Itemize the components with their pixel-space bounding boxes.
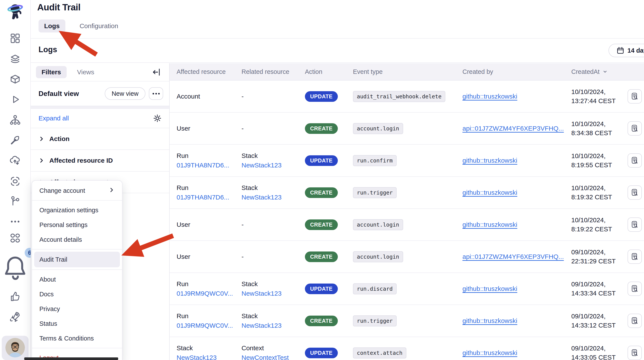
created-by-link[interactable]: api::01J7ZWZM4YF6XEP3VFHQ... xyxy=(462,125,564,132)
menu-item-account-details[interactable]: Account details xyxy=(32,232,122,247)
affected-resource-link[interactable]: 01J9RM9QWC0V... xyxy=(176,322,242,329)
view-log-button[interactable] xyxy=(628,249,642,264)
created-by-link[interactable]: github::truszkowski xyxy=(462,221,517,228)
spacelift-logo[interactable] xyxy=(5,2,25,23)
event-type-cell: run.discard xyxy=(353,286,462,292)
column-header-label: CreatedAt xyxy=(571,68,600,75)
related-resource-cell: Context NewContextTest xyxy=(242,344,305,360)
created-by-link[interactable]: github::truszkowski xyxy=(462,189,517,196)
expand-all-link[interactable]: Expand all xyxy=(38,115,69,122)
menu-item-about[interactable]: About xyxy=(32,272,122,287)
created-by-link[interactable]: github::truszkowski xyxy=(462,93,517,100)
view-log-button[interactable] xyxy=(628,314,642,328)
page-title: Audit Trail xyxy=(37,2,80,13)
related-resource-type: Context xyxy=(242,344,305,352)
view-log-button[interactable] xyxy=(628,121,642,136)
gear-icon[interactable] xyxy=(153,114,162,123)
date-range-button[interactable]: 14 days xyxy=(608,44,644,57)
row-actions-cell xyxy=(628,89,644,104)
filter-group-label: Action xyxy=(49,135,70,143)
runs-icon[interactable] xyxy=(9,93,22,106)
sidebar: 6 xyxy=(0,0,31,360)
created-at-date: 10/10/2024, xyxy=(571,152,628,160)
menu-item-change-account[interactable]: Change account xyxy=(32,183,122,198)
created-by-link[interactable]: github::truszkowski xyxy=(462,157,517,164)
collapse-panel-icon[interactable] xyxy=(152,67,162,77)
related-resource-link[interactable]: NewContextTest xyxy=(242,354,305,360)
view-log-button[interactable] xyxy=(628,89,642,104)
stacks-icon[interactable] xyxy=(9,53,22,65)
view-log-button[interactable] xyxy=(628,282,642,296)
created-by-link[interactable]: api::01J7ZWZM4YF6XEP3VFHQ... xyxy=(462,253,564,260)
menu-item-docs[interactable]: Docs xyxy=(32,287,122,301)
affected-resource-link[interactable]: 01J9RM9QWC0V... xyxy=(176,290,242,297)
menu-item-personal-settings[interactable]: Personal settings xyxy=(32,217,122,232)
created-at-cell: 09/10/2024, 14:33:34 CEST xyxy=(571,280,628,297)
filter-group[interactable]: Affected resource ID xyxy=(31,150,169,172)
related-resource-link[interactable]: NewStack123 xyxy=(242,194,305,201)
resources-icon[interactable] xyxy=(9,114,22,126)
related-resource-cell: Stack NewStack123 xyxy=(242,312,305,329)
menu-item-terms-conditions[interactable]: Terms & Conditions xyxy=(32,331,122,346)
created-at-cell: 10/10/2024, 8:19:55 CEST xyxy=(571,152,628,169)
related-resource-cell: Stack NewStack123 xyxy=(242,280,305,297)
menu-item-label: Audit Trail xyxy=(40,256,67,263)
related-resource-cell: - xyxy=(242,125,305,132)
menu-item-label: About xyxy=(40,276,56,283)
blueprints-icon[interactable] xyxy=(9,73,22,85)
affected-resource-type: Run xyxy=(176,152,242,159)
policies-icon[interactable] xyxy=(9,175,22,187)
tab-configuration[interactable]: Configuration xyxy=(74,20,124,33)
log-search-icon xyxy=(630,156,639,165)
view-log-button[interactable] xyxy=(628,346,642,360)
calendar-icon xyxy=(616,46,624,55)
created-by-link[interactable]: github::truszkowski xyxy=(462,349,517,356)
affected-resource-link[interactable]: 01J9THA8N7D6... xyxy=(176,162,242,169)
panel-divider-strip xyxy=(31,106,169,109)
affected-resource-link[interactable]: 01J9THA8N7D6... xyxy=(176,194,242,201)
view-log-button[interactable] xyxy=(628,217,642,232)
related-resource-type: Stack xyxy=(242,152,305,159)
event-type-chip: account.login xyxy=(353,251,403,262)
new-view-button[interactable]: New view xyxy=(105,87,146,100)
menu-item-organization-settings[interactable]: Organization settings xyxy=(32,203,122,217)
user-menu-button[interactable] xyxy=(2,336,28,360)
affected-resource-link[interactable]: NewStack123 xyxy=(176,354,242,360)
column-header: Action xyxy=(305,68,353,75)
tab-logs[interactable]: Logs xyxy=(38,20,65,33)
view-options-button[interactable] xyxy=(149,87,163,100)
created-by-link[interactable]: github::truszkowski xyxy=(462,317,517,324)
more-icon[interactable] xyxy=(9,215,22,228)
dashboard-icon[interactable] xyxy=(9,32,22,45)
apps-icon[interactable] xyxy=(9,232,22,244)
menu-item-audit-trail[interactable]: Audit Trail xyxy=(34,252,120,267)
vcs-icon[interactable] xyxy=(9,195,22,207)
tab-views[interactable]: Views xyxy=(72,66,100,78)
log-search-icon xyxy=(630,284,639,293)
menu-item-label: Status xyxy=(40,320,57,327)
view-log-button[interactable] xyxy=(628,153,642,168)
notifications-button[interactable]: 6 xyxy=(0,252,30,283)
related-resource-link[interactable]: NewStack123 xyxy=(242,290,305,297)
created-at-date: 09/10/2024, xyxy=(571,345,628,352)
view-log-button[interactable] xyxy=(628,185,642,200)
related-resource-link[interactable]: NewStack123 xyxy=(242,322,305,329)
menu-item-label: Privacy xyxy=(40,305,60,312)
column-header[interactable]: CreatedAt xyxy=(571,68,628,75)
created-by-link[interactable]: github::truszkowski xyxy=(462,285,517,292)
worker-pools-icon[interactable] xyxy=(9,134,22,146)
related-resource-link[interactable]: NewStack123 xyxy=(242,162,305,169)
affected-resource-type: Run xyxy=(176,184,242,191)
menu-item-privacy[interactable]: Privacy xyxy=(32,301,122,316)
menu-item-status[interactable]: Status xyxy=(32,316,122,331)
view-name: Default view xyxy=(38,90,79,98)
table-row: Run 01J9THA8N7D6... Stack NewStack123 CR… xyxy=(170,177,644,209)
launchpad-icon[interactable] xyxy=(9,310,22,323)
affected-resource-cell: User xyxy=(176,125,242,132)
table-header-row: Affected resourceRelated resourceActionE… xyxy=(170,63,644,81)
cloud-integrations-icon[interactable] xyxy=(9,154,22,167)
filter-group[interactable]: Action xyxy=(31,128,169,150)
row-actions-cell xyxy=(628,314,644,328)
feedback-icon[interactable] xyxy=(9,290,22,303)
tab-filters[interactable]: Filters xyxy=(36,66,67,78)
